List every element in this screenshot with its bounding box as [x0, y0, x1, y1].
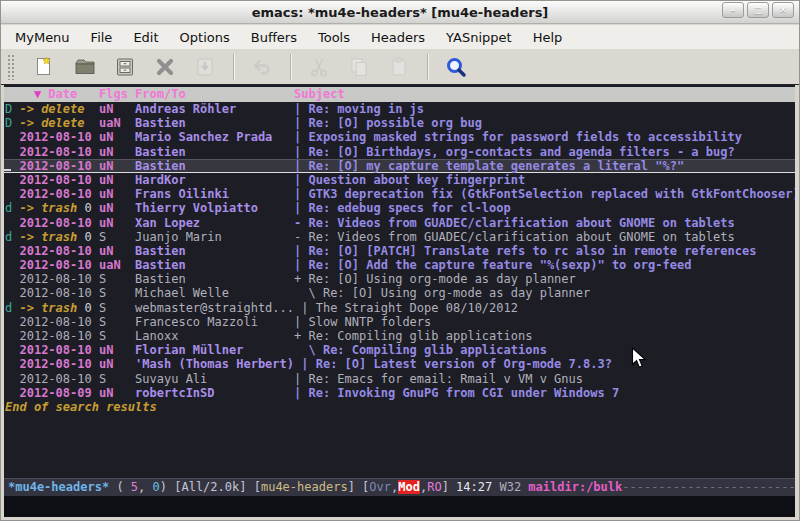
- mark-flag: [5, 187, 19, 201]
- subject-cell: | Re: [O] [PATCH] Translate refs to rc a…: [294, 244, 756, 258]
- message-row[interactable]: 2012-08-10 S Suvayu Ali | Re: Emacs for …: [4, 372, 795, 386]
- message-row[interactable]: D -> delete uN Andreas Röhler | Re: movi…: [4, 102, 795, 116]
- modeline-segment: mu4e-headers: [261, 480, 348, 494]
- date-cell: 2012-08-10: [19, 329, 91, 343]
- date-cell: 2012-08-10: [19, 286, 91, 300]
- message-row[interactable]: 2012-08-10 uN Bastien | Re: [O] [PATCH] …: [4, 244, 795, 258]
- close-button[interactable]: ✕: [772, 2, 794, 18]
- message-row[interactable]: d -> trash 0 S Juanjo Marin - Re: Videos…: [4, 230, 795, 244]
- modeline-segment: 5: [131, 480, 138, 494]
- column-from-to: From/To: [135, 87, 186, 101]
- flags-cell: uaN: [99, 116, 135, 130]
- mark-flag: d: [5, 201, 19, 215]
- subject-cell: | Re: edebug specs for cl-loop: [294, 201, 511, 215]
- from-cell: Bastien: [135, 145, 294, 159]
- date-cell: 2012-08-10: [19, 187, 91, 201]
- flags-cell: uN: [99, 130, 135, 144]
- menu-tools[interactable]: Tools: [318, 30, 350, 45]
- message-row[interactable]: 2012-08-10 uN Frans Oilinki | GTK3 depre…: [4, 187, 795, 201]
- toolbar-save-button[interactable]: [105, 51, 145, 83]
- flags-cell: uN: [99, 343, 135, 357]
- mu4e-headers-buffer: ▼ Date Flgs From/To Subject D -> delete …: [4, 85, 795, 478]
- toolbar-separator: [427, 54, 428, 80]
- subject-cell: | Re: [O] Birthdays, org-contacts and ag…: [294, 145, 735, 159]
- message-row[interactable]: 2012-08-10 uN 'Mash (Thomas Herbert) | R…: [4, 357, 795, 371]
- date-cell: -> trash: [19, 201, 77, 215]
- message-row[interactable]: 2012-08-10 uN Mario Sanchez Prada | Expo…: [4, 130, 795, 144]
- toolbar-search-button[interactable]: [436, 51, 476, 83]
- modeline-segment: 0: [153, 480, 160, 494]
- modeline-segment: [: [254, 480, 261, 494]
- mark-count: 0: [77, 201, 91, 215]
- menu-yasnippet[interactable]: YASnippet: [446, 30, 512, 45]
- message-row[interactable]: 2012-08-10 S Michael Welle \ Re: [O] Usi…: [4, 286, 795, 300]
- toolbar-close-buffer-button[interactable]: [145, 51, 185, 83]
- message-row[interactable]: D -> delete uaN Bastien | Re: [O] possib…: [4, 116, 795, 130]
- message-row[interactable]: d -> trash 0 uN Thierry Volpiatto | Re: …: [4, 201, 795, 215]
- from-cell: Andreas Röhler: [135, 102, 294, 116]
- from-cell: 'Mash (Thomas Herbert): [135, 357, 301, 371]
- new-file-icon: [33, 55, 57, 79]
- subject-cell: + Re: Compiling glib applications: [294, 329, 532, 343]
- toolbar-new-file-button[interactable]: [25, 51, 65, 83]
- menu-buffers[interactable]: Buffers: [251, 30, 297, 45]
- modeline-segment: --------------------------: [622, 480, 795, 494]
- message-row[interactable]: 2012-08-09 uN robertcInSD | Re: Invoking…: [4, 386, 795, 400]
- subject-cell: | Re: moving in js: [294, 102, 424, 116]
- subject-cell: | Re: [O] Add the capture feature "%(sex…: [294, 258, 691, 272]
- message-row[interactable]: 2012-08-10 uaN Bastien | Re: [O] Add the…: [4, 258, 795, 272]
- flags-cell: uaN: [99, 258, 135, 272]
- from-cell: Bastien: [135, 272, 294, 286]
- from-cell: Xan Lopez: [135, 216, 294, 230]
- mark-flag: [5, 315, 19, 329]
- menu-options[interactable]: Options: [180, 30, 230, 45]
- paste-icon: [387, 55, 411, 79]
- menu-mymenu[interactable]: MyMenu: [15, 30, 70, 45]
- mark-flag: [5, 130, 19, 144]
- minimize-button[interactable]: –: [722, 2, 744, 18]
- toolbar-copy-button: [339, 51, 379, 83]
- menu-help[interactable]: Help: [533, 30, 563, 45]
- modeline-segment: ,: [138, 480, 152, 494]
- message-row[interactable]: 2012-08-10 uN Bastien | Re: [O] my captu…: [4, 159, 795, 173]
- mark-flag: D: [5, 102, 19, 116]
- date-cell: 2012-08-10: [19, 145, 91, 159]
- column-subject: Subject: [294, 87, 345, 101]
- message-row[interactable]: 2012-08-10 uN HardKor | Question about k…: [4, 173, 795, 187]
- flags-cell: S: [99, 372, 135, 386]
- echo-area[interactable]: [4, 496, 795, 517]
- menu-file[interactable]: File: [91, 30, 113, 45]
- message-row[interactable]: 2012-08-10 uN Xan Lopez - Re: Videos fro…: [4, 216, 795, 230]
- from-cell: Michael Welle: [135, 286, 294, 300]
- message-row[interactable]: 2012-08-10 uN Florian Müllner \ Re: Comp…: [4, 343, 795, 357]
- column-header-line[interactable]: ▼ Date Flgs From/To Subject: [4, 87, 795, 102]
- window-title: emacs: *mu4e-headers* [mu4e-headers]: [1, 1, 799, 24]
- flags-cell: S: [99, 230, 135, 244]
- toolbar-open-folder-button[interactable]: [65, 51, 105, 83]
- from-cell: Suvayu Ali: [135, 372, 294, 386]
- flags-cell: S: [99, 286, 135, 300]
- modeline-segment: ): [160, 480, 174, 494]
- modeline-segment: ]: [442, 480, 456, 494]
- toolbar-grip-handle[interactable]: [7, 54, 15, 80]
- message-row[interactable]: 2012-08-10 S Francesco Mazzoli | Slow NN…: [4, 315, 795, 329]
- maximize-button[interactable]: □: [747, 2, 769, 18]
- message-row[interactable]: 2012-08-10 uN Bastien | Re: [O] Birthday…: [4, 145, 795, 159]
- from-cell: Florian Müllner: [135, 343, 294, 357]
- message-row[interactable]: 2012-08-10 S Lanoxx + Re: Compiling glib…: [4, 329, 795, 343]
- menu-headers[interactable]: Headers: [371, 30, 425, 45]
- date-cell: 2012-08-10: [19, 159, 91, 173]
- modeline-segment: *mu4e-headers*: [8, 480, 109, 494]
- title-bar[interactable]: emacs: *mu4e-headers* [mu4e-headers] –□✕: [1, 1, 799, 24]
- message-row[interactable]: d -> trash 0 S webmaster@straightd... | …: [4, 301, 795, 315]
- from-cell: Juanjo Marin: [135, 230, 294, 244]
- modeline-segment: W32: [492, 480, 528, 494]
- menu-edit[interactable]: Edit: [133, 30, 158, 45]
- mark-flag: [5, 286, 19, 300]
- subject-cell: - Re: Videos from GUADEC/clarification a…: [294, 230, 735, 244]
- date-cell: 2012-08-10: [19, 315, 91, 329]
- mark-flag: [5, 258, 19, 272]
- flags-cell: uN: [99, 216, 135, 230]
- flags-cell: uN: [99, 102, 135, 116]
- message-row[interactable]: 2012-08-10 S Bastien + Re: [O] Using org…: [4, 272, 795, 286]
